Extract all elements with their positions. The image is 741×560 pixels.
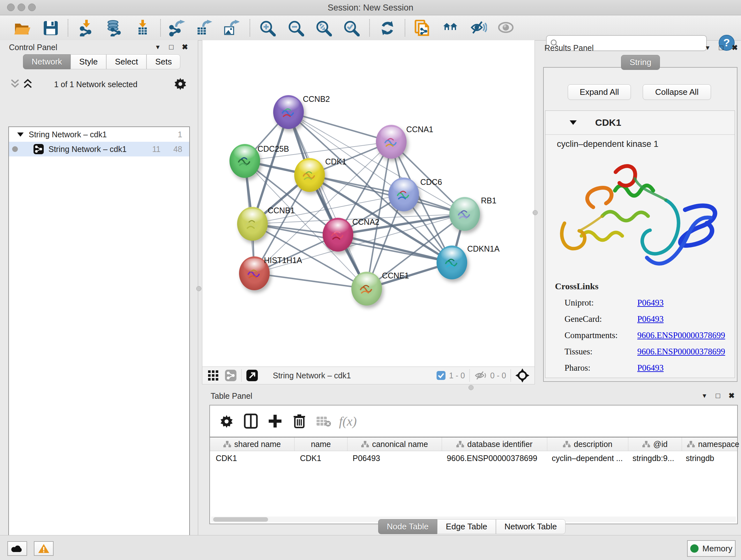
toolbar-separator xyxy=(68,19,68,37)
panel-float-icon[interactable]: □ xyxy=(169,43,174,51)
warnings-button[interactable] xyxy=(34,541,54,556)
selected-checkbox-icon[interactable] xyxy=(436,371,446,380)
protein-structure-image xyxy=(551,152,735,280)
crosslink-link[interactable]: P06493 xyxy=(637,363,664,373)
collection-expand-icon[interactable] xyxy=(17,132,24,137)
tab-style[interactable]: Style xyxy=(71,54,106,69)
panel-float-icon[interactable]: □ xyxy=(716,391,720,400)
zoom-fit-icon[interactable] xyxy=(314,19,333,37)
crosslink-link[interactable]: 9606.ENSP00000378699 xyxy=(637,347,725,357)
tab-network-table[interactable]: Network Table xyxy=(496,519,565,534)
export-image-icon[interactable] xyxy=(222,19,240,37)
collapse-section-icon[interactable] xyxy=(569,119,577,126)
gene-detail-card: CDK1 cyclin–dependent kinase 1 xyxy=(545,111,735,378)
table-row[interactable]: CDK1CDK1P064939606.ENSP00000378699cyclin… xyxy=(210,451,737,465)
crosslinks-list: Uniprot:P06493GeneCard:P06493Compartment… xyxy=(545,292,735,376)
network-selection-status: 1 of 1 Network selected xyxy=(42,80,150,89)
collapse-all-icon[interactable] xyxy=(10,78,20,90)
horizontal-splitter-handle[interactable] xyxy=(468,385,474,390)
zoom-out-icon[interactable] xyxy=(286,19,305,37)
clone-network-icon[interactable] xyxy=(413,19,432,37)
panel-close-icon[interactable]: ✖ xyxy=(182,43,188,51)
panel-close-icon[interactable]: ✖ xyxy=(732,44,738,52)
show-all-icon[interactable] xyxy=(497,19,516,37)
export-table-icon[interactable] xyxy=(195,19,213,37)
cloud-button[interactable] xyxy=(7,541,27,556)
birds-eye-view-icon[interactable] xyxy=(515,368,529,382)
network-node-ccne1[interactable] xyxy=(351,272,382,306)
zoom-selected-icon[interactable] xyxy=(342,19,360,37)
panel-menu-icon[interactable]: ▼ xyxy=(155,44,161,51)
column-header-description[interactable]: description xyxy=(547,437,628,451)
tab-edge-table[interactable]: Edge Table xyxy=(437,519,496,534)
node-label-ccnb1: CCNB1 xyxy=(268,206,295,215)
scrollbar-thumb[interactable] xyxy=(213,517,268,522)
node-label-cdkn1a: CDKN1A xyxy=(467,244,499,253)
tab-network[interactable]: Network xyxy=(23,54,71,69)
panel-float-icon[interactable]: □ xyxy=(719,44,724,52)
crosslink-link[interactable]: P06493 xyxy=(637,298,664,308)
network-node-ccna1[interactable] xyxy=(376,125,407,159)
column-header--id[interactable]: @id xyxy=(628,437,682,451)
open-session-icon[interactable] xyxy=(13,19,31,37)
table-toolbar: f(x) xyxy=(210,406,737,437)
network-node-ccna2[interactable] xyxy=(323,218,353,252)
panel-menu-icon[interactable]: ▼ xyxy=(701,392,708,399)
open-view-icon[interactable] xyxy=(246,369,258,381)
hide-selected-icon[interactable] xyxy=(469,19,488,37)
tab-select[interactable]: Select xyxy=(106,54,146,69)
memory-button[interactable]: Memory xyxy=(687,540,736,557)
import-network-icon[interactable] xyxy=(77,19,96,37)
import-database-icon[interactable] xyxy=(105,19,123,37)
import-table-icon[interactable] xyxy=(134,19,152,37)
crosslink-link[interactable]: P06493 xyxy=(637,314,664,324)
show-columns-icon[interactable] xyxy=(239,414,263,429)
network-node-rb1[interactable] xyxy=(449,197,480,231)
node-label-cdc25b: CDC25B xyxy=(258,144,289,153)
table-tabs: Node Table Edge Table Network Table xyxy=(378,519,565,534)
save-session-icon[interactable] xyxy=(42,19,60,37)
application-window: Session: New Session ? Control Panel ▼ □… xyxy=(0,0,741,560)
table-gear-icon[interactable] xyxy=(214,415,239,428)
network-node-ccnb2[interactable] xyxy=(273,95,304,129)
refresh-icon[interactable] xyxy=(378,19,397,37)
current-network-dot-icon xyxy=(12,146,18,152)
network-collection-row[interactable]: String Network – cdk1 1 xyxy=(9,127,189,142)
panel-close-icon[interactable]: ✖ xyxy=(729,391,735,400)
left-splitter-handle[interactable] xyxy=(196,286,201,291)
network-row[interactable]: String Network – cdk1 11 48 xyxy=(9,142,189,157)
column-header-shared-name[interactable]: shared name xyxy=(210,437,294,451)
home-icon[interactable] xyxy=(442,19,460,37)
toolbar-separator xyxy=(405,19,405,37)
network-node-cdc25b[interactable] xyxy=(229,144,260,178)
tab-sets[interactable]: Sets xyxy=(146,54,180,69)
export-network-icon[interactable] xyxy=(167,19,186,37)
column-header-namespace[interactable]: namespace xyxy=(682,437,741,451)
node-label-ccne1: CCNE1 xyxy=(382,271,409,280)
crosslink-link[interactable]: 9606.ENSP00000378699 xyxy=(637,330,725,340)
delete-table-icon xyxy=(312,415,336,427)
delete-column-trash-icon[interactable] xyxy=(287,414,312,429)
create-column-icon[interactable] xyxy=(263,414,287,428)
expand-all-button[interactable]: Expand All xyxy=(568,84,631,100)
string-network-icon xyxy=(33,144,44,154)
grid-mode-icon[interactable] xyxy=(207,370,219,381)
column-header-database-identifier[interactable]: database identifier xyxy=(442,437,547,451)
network-share-icon[interactable] xyxy=(225,369,237,381)
network-options-gear-icon[interactable] xyxy=(174,77,187,90)
tab-node-table[interactable]: Node Table xyxy=(378,519,437,534)
network-node-cdc6[interactable] xyxy=(388,178,419,211)
column-header-canonical-name[interactable]: canonical name xyxy=(347,437,442,451)
expand-all-icon[interactable] xyxy=(22,78,33,90)
collapse-all-button[interactable]: Collapse All xyxy=(643,84,711,100)
function-builder-icon: f(x) xyxy=(336,414,360,429)
network-node-cdk1[interactable] xyxy=(294,158,325,192)
tab-string[interactable]: String xyxy=(621,55,660,70)
network-view-canvas[interactable]: CCNB2 CCNA1 CDC25B CDK1 CDC6 RB1 xyxy=(202,40,535,367)
panel-menu-icon[interactable]: ▼ xyxy=(704,44,711,51)
zoom-in-icon[interactable] xyxy=(258,19,277,37)
column-header-name[interactable]: name xyxy=(294,437,347,451)
network-node-cdkn1a[interactable] xyxy=(436,246,467,279)
network-node-ccnb1[interactable] xyxy=(237,207,268,241)
gene-header-row[interactable]: CDK1 xyxy=(545,111,735,135)
